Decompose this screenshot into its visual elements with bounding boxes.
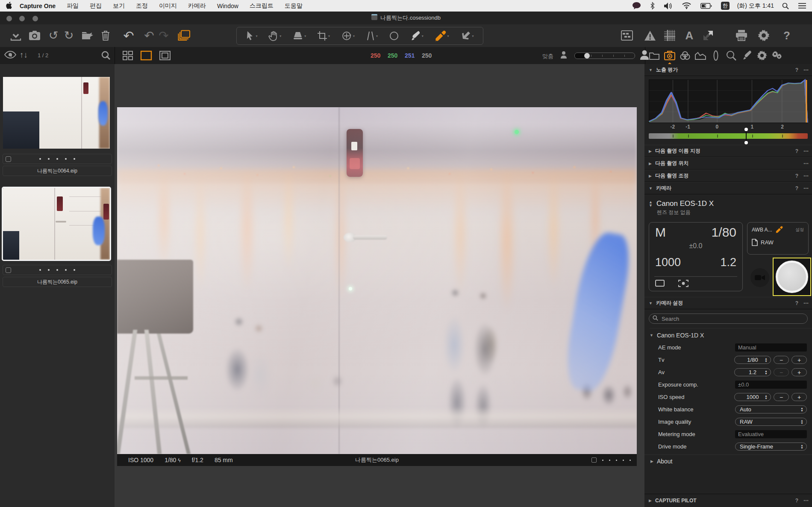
exposure-evaluation-header[interactable]: ▼ 노출 평가 ?⋯ — [644, 64, 812, 76]
panel-menu-button[interactable]: ⋯ — [803, 148, 809, 154]
pan-tool[interactable]: ▾ — [269, 31, 281, 41]
zoom-slider[interactable] — [574, 53, 635, 59]
volume-icon[interactable] — [664, 3, 673, 9]
panel-help-button[interactable]: ? — [795, 185, 798, 191]
wb-mode-label[interactable]: AWB A... — [752, 227, 772, 233]
panel-help-button[interactable]: ? — [795, 67, 798, 73]
metering-mode-icon[interactable] — [678, 280, 688, 289]
notification-center-icon[interactable] — [798, 3, 806, 9]
disclosure-triangle-icon[interactable]: ▼ — [649, 301, 653, 305]
select-checkbox[interactable] — [591, 457, 597, 463]
exposure-warning-button[interactable] — [642, 28, 658, 43]
input-source-badge[interactable]: 한 — [721, 2, 730, 10]
disclosure-triangle-icon[interactable]: ▼ — [649, 68, 653, 72]
reset-adjustments-button[interactable]: ↶ — [121, 28, 137, 43]
chat-status-icon[interactable] — [633, 2, 641, 9]
rating-row-0065[interactable] — [3, 265, 112, 275]
trash-button[interactable] — [97, 28, 114, 43]
annotations-button[interactable]: A — [681, 28, 697, 43]
tab-adjustments[interactable] — [756, 50, 768, 62]
menu-edit[interactable]: 편집 — [90, 2, 102, 10]
exposure-meter[interactable] — [649, 133, 808, 139]
zoom-out-icon[interactable] — [560, 51, 567, 60]
av-plus-button[interactable]: + — [791, 368, 807, 376]
show-original-button[interactable] — [700, 28, 716, 43]
video-capture-button[interactable] — [750, 268, 769, 287]
tab-capture[interactable] — [663, 50, 676, 62]
menu-file[interactable]: 파일 — [67, 2, 79, 10]
bluetooth-icon[interactable] — [650, 2, 655, 9]
apple-menu-icon[interactable] — [6, 2, 12, 10]
browser-item-0064[interactable]: 나름찍는0064.eip — [3, 77, 112, 176]
menu-help[interactable]: 도움말 — [285, 2, 303, 10]
spotlight-icon[interactable] — [782, 3, 789, 9]
primary-view-button[interactable] — [141, 51, 151, 60]
panel-help-button[interactable]: ? — [795, 173, 798, 179]
viewer-layout-button[interactable] — [619, 28, 635, 43]
disclosure-triangle-icon[interactable]: ▼ — [649, 186, 653, 190]
import-button[interactable] — [8, 28, 24, 43]
disclosure-triangle-icon[interactable]: ▶ — [650, 459, 653, 463]
tv-minus-button[interactable]: − — [774, 356, 789, 364]
undo-button[interactable]: ↶ — [141, 28, 157, 43]
rotate-left-button[interactable]: ↺ — [45, 28, 62, 43]
zoom-fit-label[interactable]: 맞춤 — [542, 53, 553, 60]
about-section[interactable]: ▶ About — [644, 454, 812, 468]
browser-item-0065[interactable]: 나름찍는0065.eip — [3, 188, 112, 287]
capture-format-label[interactable]: RAW — [761, 239, 774, 246]
next-capture-location-header[interactable]: ▶ 다음 촬영 위치 ⋯ — [644, 157, 812, 170]
iso-stepper[interactable]: 1000▲▼ — [734, 393, 771, 401]
drive-mode-icon[interactable] — [655, 280, 665, 288]
image-quality-select[interactable]: RAW▲▼ — [735, 418, 807, 426]
tv-stepper[interactable]: 1/80▲▼ — [734, 356, 771, 364]
preferences-button[interactable] — [756, 28, 772, 43]
panel-menu-button[interactable]: ⋯ — [803, 67, 809, 73]
camera-shutter-value[interactable]: 1/80 — [712, 225, 736, 240]
rotate-right-button[interactable]: ↻ — [61, 28, 77, 43]
menu-image[interactable]: 이미지 — [159, 2, 177, 10]
exposure-meter-marker[interactable] — [746, 131, 747, 141]
panel-help-button[interactable]: ? — [795, 300, 798, 306]
tab-output[interactable] — [771, 50, 784, 62]
iso-minus-button[interactable]: − — [774, 393, 789, 401]
thumbnail-0064[interactable] — [3, 77, 110, 149]
panel-menu-button[interactable]: ⋯ — [803, 185, 809, 191]
select-tool[interactable]: ▾ — [246, 31, 257, 41]
wb-picker-icon[interactable] — [776, 226, 783, 233]
redo-button[interactable]: ↷ — [156, 28, 172, 43]
proof-view-button[interactable] — [159, 51, 170, 60]
browser-filter-eye-icon[interactable] — [4, 50, 17, 62]
menu-view[interactable]: 보기 — [113, 2, 125, 10]
tab-lens[interactable] — [709, 50, 722, 62]
camera-panel-header[interactable]: ▼ 카메라 ?⋯ — [644, 182, 812, 194]
av-minus-button[interactable]: − — [774, 368, 789, 376]
white-balance-box[interactable]: AWB A... 설정 RAW — [747, 222, 809, 255]
camera-settings-search-input[interactable]: Search — [649, 314, 808, 324]
captured-photo[interactable] — [117, 107, 637, 454]
tab-exposure[interactable] — [694, 50, 707, 62]
white-balance-picker-tool[interactable]: ▾ — [435, 30, 449, 41]
keystone-tool[interactable]: ▾ — [366, 31, 378, 41]
disclosure-triangle-icon[interactable]: ▼ — [650, 333, 653, 337]
help-button[interactable]: ? — [779, 28, 795, 43]
drive-mode-select[interactable]: Single-Frame▲▼ — [735, 443, 807, 451]
spot-removal-tool[interactable] — [389, 31, 399, 41]
rating-row-0064[interactable] — [3, 154, 112, 164]
disclosure-triangle-icon[interactable]: ▶ — [649, 149, 652, 153]
output-folder-button[interactable] — [79, 28, 96, 43]
camera-iso-value[interactable]: 1000 — [655, 256, 681, 269]
draw-mask-tool[interactable]: ▾ — [410, 31, 424, 41]
menu-camera[interactable]: 카메라 — [188, 2, 206, 10]
sort-order-icon[interactable]: ↑↓ — [20, 50, 28, 60]
print-button[interactable] — [733, 28, 750, 43]
disclosure-triangle-icon[interactable]: ▶ — [649, 174, 652, 178]
camera-ev-value[interactable]: ±0.0 — [649, 242, 742, 250]
av-stepper[interactable]: 1.2▲▼ — [734, 368, 771, 376]
panel-menu-button[interactable]: ⋯ — [803, 161, 809, 167]
copy-adjustments-button[interactable] — [176, 28, 192, 43]
menu-adjust[interactable]: 조정 — [136, 2, 148, 10]
wifi-icon[interactable] — [682, 3, 691, 9]
panel-help-button[interactable]: ? — [795, 498, 798, 504]
thumbnail-0065[interactable] — [3, 188, 110, 260]
filename-0064[interactable]: 나름찍는0064.eip — [3, 166, 112, 176]
